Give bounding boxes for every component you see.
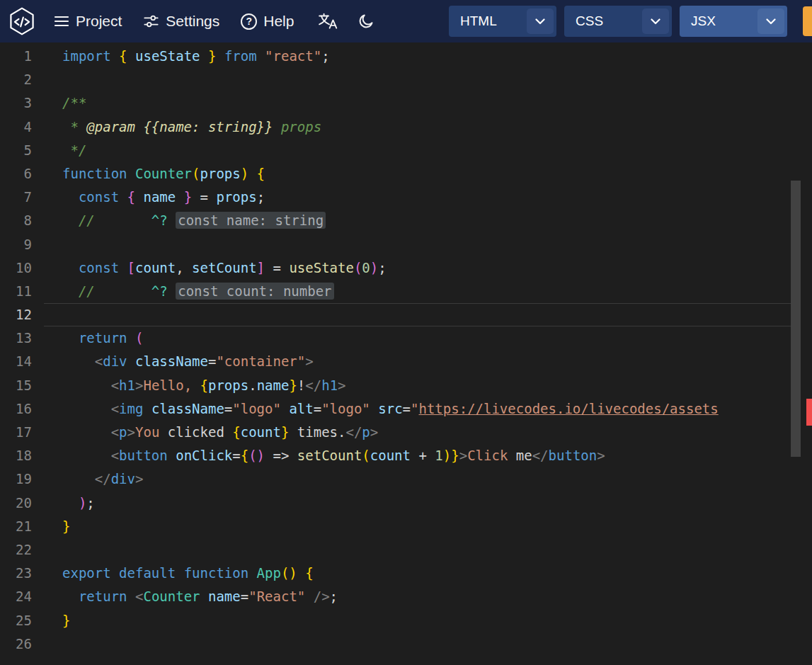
code-line[interactable]: 24 return <Counter name="React" />; (0, 585, 812, 608)
code-token: > (338, 377, 345, 393)
code-token: "container" (216, 353, 305, 369)
chevron-down-icon (651, 18, 661, 25)
code-token: = (224, 401, 232, 416)
tab-css-label: CSS (564, 13, 642, 29)
code-line[interactable]: 4 * @param {{name: string}} props (0, 115, 812, 139)
code-token: const (79, 189, 119, 205)
code-token: setCount (192, 260, 257, 275)
code-token: /** (62, 95, 86, 110)
code-token: default (119, 565, 176, 581)
tab-css-dropdown[interactable] (642, 8, 669, 34)
project-menu[interactable]: Project (54, 13, 122, 30)
code-token: useState (135, 48, 200, 64)
line-number: 23 (0, 562, 44, 585)
line-content[interactable] (44, 303, 791, 326)
code-token: ^? (151, 212, 168, 228)
code-line[interactable]: 10 const [count, setCount] = useState(0)… (0, 256, 812, 280)
code-token: button (549, 448, 597, 463)
scrollbar-thumb[interactable] (791, 181, 801, 457)
line-content[interactable]: const { name } = props; (44, 186, 791, 209)
code-token (62, 495, 79, 511)
line-content[interactable]: } (44, 609, 791, 632)
code-token (248, 565, 256, 581)
code-token: export (62, 565, 111, 581)
line-content[interactable] (44, 632, 791, 656)
code-token: name (143, 189, 176, 205)
line-number: 4 (0, 115, 44, 139)
code-line[interactable]: 2 (0, 68, 812, 91)
line-content[interactable]: */ (44, 139, 791, 162)
code-token: = (232, 448, 240, 463)
code-line[interactable]: 12 (0, 303, 812, 326)
code-line[interactable]: 5 */ (0, 139, 812, 162)
line-content[interactable]: return ( (44, 326, 791, 350)
help-menu-label: Help (263, 13, 294, 30)
code-token: clicked (159, 424, 232, 440)
tab-jsx-label: JSX (680, 13, 757, 29)
line-content[interactable]: <h1>Hello, {props.name}!</h1> (44, 374, 791, 397)
line-content[interactable]: return <Counter name="React" />; (44, 585, 791, 608)
code-line[interactable]: 26 (0, 632, 812, 656)
line-content[interactable]: </div> (44, 467, 791, 491)
partial-edge-button[interactable] (803, 6, 812, 36)
code-line[interactable]: 22 (0, 538, 812, 562)
line-content[interactable]: * @param {{name: string}} props (44, 115, 791, 139)
line-content[interactable]: <p>You clicked {count} times.</p> (44, 421, 791, 444)
code-line[interactable]: 23export default function App() { (0, 562, 812, 585)
tab-jsx[interactable]: JSX (680, 6, 787, 37)
code-token: < (135, 589, 143, 604)
code-line[interactable]: 11 // ^? const count: number (0, 280, 812, 303)
line-content[interactable]: ); (44, 491, 791, 515)
code-line[interactable]: 8 // ^? const name: string (0, 209, 812, 232)
dark-mode-button[interactable] (358, 13, 374, 30)
code-token: , (176, 260, 192, 275)
code-line[interactable]: 13 return ( (0, 326, 812, 350)
help-menu[interactable]: ? Help (241, 13, 294, 30)
livecodes-logo[interactable] (6, 5, 38, 38)
overview-ruler-error-marker (806, 399, 812, 426)
tab-css[interactable]: CSS (564, 6, 672, 37)
code-token: > (597, 448, 605, 463)
line-content[interactable] (44, 68, 791, 91)
code-token: = (208, 353, 216, 369)
code-line[interactable]: 21} (0, 515, 812, 538)
code-token: // (79, 212, 95, 228)
tab-jsx-dropdown[interactable] (757, 8, 784, 34)
code-line[interactable]: 25} (0, 609, 812, 632)
tab-html[interactable]: HTML (449, 6, 556, 37)
settings-menu[interactable]: Settings (143, 13, 219, 30)
code-editor[interactable]: 1import { useState } from "react";23/**4… (0, 42, 812, 665)
line-content[interactable]: export default function App() { (44, 562, 791, 585)
line-content[interactable]: import { useState } from "react"; (44, 45, 791, 68)
line-content[interactable]: <img className="logo" alt="logo" src="ht… (44, 397, 791, 421)
code-line[interactable]: 3/** (0, 91, 812, 115)
code-token: + (411, 448, 435, 463)
translate-button[interactable] (318, 12, 339, 30)
line-content[interactable] (44, 233, 791, 256)
code-line[interactable]: 9 (0, 233, 812, 256)
line-content[interactable]: } (44, 515, 791, 538)
code-token (62, 424, 111, 440)
code-token: props (273, 119, 321, 135)
code-line[interactable]: 7 const { name } = props; (0, 186, 812, 209)
code-line[interactable]: 20 ); (0, 491, 812, 515)
line-content[interactable]: function Counter(props) { (44, 162, 791, 186)
tab-html-dropdown[interactable] (527, 8, 554, 34)
code-line[interactable]: 19 </div> (0, 467, 812, 491)
code-token: < (111, 377, 119, 393)
code-token: https://livecodes.io/livecodes/assets (418, 401, 718, 416)
code-line[interactable]: 14 <div className="container"> (0, 350, 812, 373)
line-content[interactable]: const [count, setCount] = useState(0); (44, 256, 791, 280)
line-content[interactable]: // ^? const name: string (44, 209, 791, 232)
code-line[interactable]: 16 <img className="logo" alt="logo" src=… (0, 397, 812, 421)
code-line[interactable]: 6function Counter(props) { (0, 162, 812, 186)
line-content[interactable]: // ^? const count: number (44, 280, 791, 303)
line-content[interactable]: <button onClick={() => setCount(count + … (44, 444, 791, 467)
line-content[interactable]: <div className="container"> (44, 350, 791, 373)
code-line[interactable]: 15 <h1>Hello, {props.name}!</h1> (0, 374, 812, 397)
code-line[interactable]: 18 <button onClick={() => setCount(count… (0, 444, 812, 467)
code-line[interactable]: 17 <p>You clicked {count} times.</p> (0, 421, 812, 444)
line-content[interactable]: /** (44, 91, 791, 115)
code-line[interactable]: 1import { useState } from "react"; (0, 45, 812, 68)
line-content[interactable] (44, 538, 791, 562)
